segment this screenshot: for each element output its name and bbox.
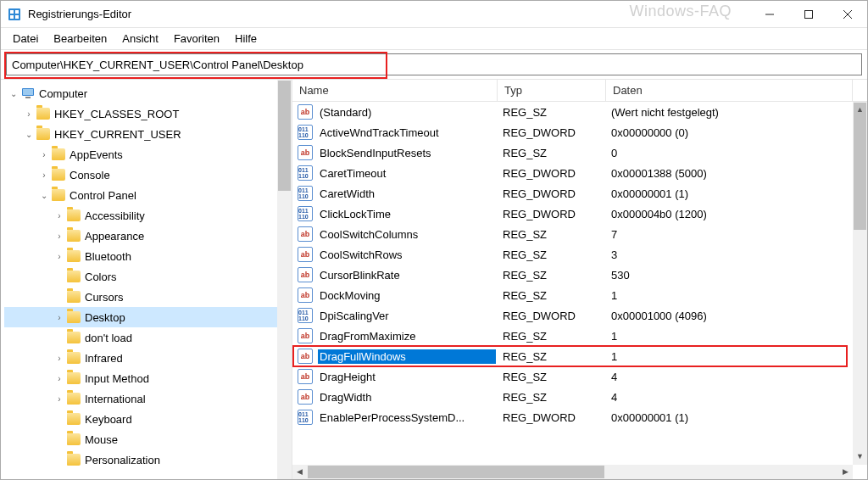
tree-node-personalization[interactable]: ·Personalization — [4, 449, 292, 470]
value-row[interactable]: 011 110DpiScalingVerREG_DWORD0x00001000 … — [292, 305, 853, 326]
chevron-right-icon[interactable]: › — [53, 250, 65, 262]
value-row[interactable]: abCoolSwitchColumnsREG_SZ7 — [292, 224, 853, 244]
value-row[interactable]: 011 110EnablePerProcessSystemD...REG_DWO… — [292, 407, 853, 427]
close-button[interactable] — [828, 1, 867, 27]
chevron-down-icon[interactable]: ⌄ — [38, 189, 50, 201]
menubar: Datei Bearbeiten Ansicht Favoriten Hilfe — [1, 28, 867, 50]
value-type: REG_SZ — [496, 106, 604, 119]
value-name: CursorBlinkRate — [318, 268, 496, 282]
tree-node-bluetooth[interactable]: ›Bluetooth — [4, 246, 292, 266]
value-row[interactable]: 011 110CaretTimeoutREG_DWORD0x00001388 (… — [292, 163, 853, 183]
folder-icon — [67, 352, 81, 364]
chevron-right-icon[interactable]: › — [53, 352, 65, 364]
col-header-name[interactable]: Name — [292, 80, 498, 101]
tree-node-hkey-classes-root[interactable]: ›HKEY_CLASSES_ROOT — [4, 103, 292, 124]
value-type: REG_SZ — [496, 228, 604, 241]
value-type: REG_SZ — [496, 248, 604, 261]
tree-node-accessibility[interactable]: ›Accessibility — [4, 205, 292, 226]
chevron-down-icon[interactable]: ⌄ — [23, 128, 35, 140]
window-controls — [750, 1, 867, 27]
maximize-button[interactable] — [789, 1, 828, 27]
scroll-up-icon[interactable]: ▲ — [856, 105, 864, 114]
folder-icon — [36, 128, 50, 140]
value-type: REG_SZ — [496, 269, 604, 282]
menu-datei[interactable]: Datei — [6, 29, 45, 48]
tree-node-input-method[interactable]: ›Input Method — [4, 368, 292, 388]
tree-node-label: AppEvents — [70, 148, 123, 161]
folder-icon — [67, 291, 81, 303]
chevron-right-icon[interactable]: › — [53, 230, 65, 242]
main-panes: ⌄Computer›HKEY_CLASSES_ROOT⌄HKEY_CURRENT… — [1, 80, 867, 479]
chevron-down-icon[interactable]: ⌄ — [8, 87, 19, 99]
tree-node-hkey-current-user[interactable]: ⌄HKEY_CURRENT_USER — [4, 124, 292, 144]
value-row[interactable]: 011 110ActiveWndTrackTimeoutREG_DWORD0x0… — [292, 122, 853, 142]
tree-node-desktop[interactable]: ›Desktop — [4, 307, 292, 327]
binary-value-icon: 011 110 — [298, 186, 313, 201]
menu-bearbeiten[interactable]: Bearbeiten — [47, 29, 114, 48]
tree-node-mouse[interactable]: ·Mouse — [4, 429, 292, 449]
scroll-left-icon[interactable]: ◀ — [297, 467, 303, 476]
string-value-icon: ab — [298, 145, 313, 160]
tree-node-control-panel[interactable]: ⌄Control Panel — [4, 185, 292, 205]
folder-icon — [67, 413, 81, 425]
menu-ansicht[interactable]: Ansicht — [115, 29, 165, 48]
string-value-icon: ab — [298, 226, 313, 242]
menu-hilfe[interactable]: Hilfe — [228, 29, 264, 48]
value-row[interactable]: abDragWidthREG_SZ4 — [292, 387, 853, 407]
value-row[interactable]: abCursorBlinkRateREG_SZ530 — [292, 265, 853, 285]
folder-icon — [67, 393, 81, 405]
chevron-right-icon[interactable]: › — [53, 311, 65, 323]
tree-node-appevents[interactable]: ›AppEvents — [4, 144, 292, 165]
scroll-right-icon[interactable]: ▶ — [843, 467, 849, 476]
list-hscroll-thumb[interactable] — [308, 466, 604, 478]
col-header-type[interactable]: Typ — [498, 80, 606, 101]
tree-node-label: Infrared — [85, 352, 123, 365]
minimize-button[interactable] — [750, 1, 789, 27]
chevron-right-icon[interactable]: › — [53, 372, 65, 384]
chevron-right-icon[interactable]: › — [53, 209, 65, 221]
chevron-right-icon[interactable]: › — [23, 108, 35, 120]
value-row[interactable]: abDragFromMaximizeREG_SZ1 — [292, 326, 853, 346]
chevron-right-icon[interactable]: › — [53, 393, 65, 405]
tree-node-keyboard[interactable]: ·Keyboard — [4, 409, 292, 429]
tree-node-computer[interactable]: ⌄Computer — [4, 83, 292, 103]
value-data: 0x000004b0 (1200) — [604, 208, 853, 220]
string-value-icon: ab — [298, 247, 313, 262]
value-row[interactable]: abBlockSendInputResetsREG_SZ0 — [292, 142, 853, 163]
tree-node-console[interactable]: ›Console — [4, 165, 292, 185]
tree-node-international[interactable]: ›International — [4, 388, 292, 409]
tree-node-label: International — [85, 393, 146, 405]
list-hscrollbar[interactable]: ◀ ▶ — [292, 465, 853, 479]
address-input[interactable] — [6, 53, 862, 75]
tree-node-don-t-load[interactable]: ·don't load — [4, 327, 292, 348]
tree-node-infrared[interactable]: ›Infrared — [4, 348, 292, 368]
tree-scroll-thumb[interactable] — [278, 81, 291, 191]
tree-node-appearance[interactable]: ›Appearance — [4, 226, 292, 246]
menu-favoriten[interactable]: Favoriten — [167, 29, 226, 48]
value-type: REG_DWORD — [496, 208, 604, 220]
tree-node-colors[interactable]: ·Colors — [4, 266, 292, 287]
col-header-data[interactable]: Daten — [606, 80, 853, 101]
value-row[interactable]: 011 110ClickLockTimeREG_DWORD0x000004b0 … — [292, 204, 853, 224]
chevron-right-icon[interactable]: › — [38, 169, 50, 181]
value-row[interactable]: abDragFullWindowsREG_SZ1 — [292, 346, 853, 366]
list-vscroll-thumb[interactable] — [854, 103, 866, 230]
tree-node-label: Accessibility — [85, 209, 145, 222]
scroll-down-icon[interactable]: ▼ — [856, 452, 864, 460]
value-row[interactable]: ab(Standard)REG_SZ(Wert nicht festgelegt… — [292, 102, 853, 122]
value-row[interactable]: abDragHeightREG_SZ4 — [292, 366, 853, 387]
folder-icon — [36, 108, 50, 120]
binary-value-icon: 011 110 — [298, 308, 313, 323]
tree-node-cursors[interactable]: ·Cursors — [4, 287, 292, 307]
chevron-right-icon[interactable]: › — [38, 148, 50, 160]
svg-rect-3 — [10, 15, 14, 19]
value-row[interactable]: abDockMovingREG_SZ1 — [292, 285, 853, 305]
value-data: 0 — [604, 147, 853, 159]
value-name: CoolSwitchColumns — [318, 227, 496, 242]
value-data: 1 — [604, 330, 853, 343]
folder-icon — [67, 433, 81, 445]
folder-icon — [67, 454, 81, 466]
value-row[interactable]: 011 110CaretWidthREG_DWORD0x00000001 (1) — [292, 183, 853, 204]
value-row[interactable]: abCoolSwitchRowsREG_SZ3 — [292, 244, 853, 265]
tree-scrollbar[interactable] — [277, 80, 292, 479]
